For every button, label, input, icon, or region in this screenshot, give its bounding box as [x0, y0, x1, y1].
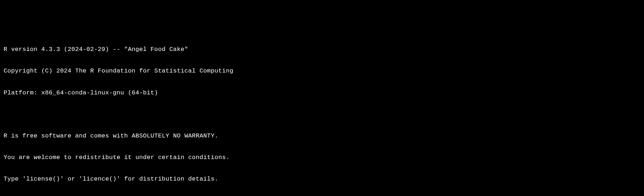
terminal-line: R version 4.3.3 (2024-02-29) -- "Angel F… — [4, 46, 640, 53]
terminal-line: Platform: x86_64-conda-linux-gnu (64-bit… — [4, 89, 640, 97]
terminal-line: Type 'license()' or 'licence()' for dist… — [4, 176, 640, 183]
terminal-line: R is free software and comes with ABSOLU… — [4, 132, 640, 140]
r-terminal[interactable]: R version 4.3.3 (2024-02-29) -- "Angel F… — [4, 32, 640, 196]
terminal-line — [4, 111, 640, 118]
terminal-line: Copyright (C) 2024 The R Foundation for … — [4, 67, 640, 75]
terminal-line: You are welcome to redistribute it under… — [4, 154, 640, 161]
